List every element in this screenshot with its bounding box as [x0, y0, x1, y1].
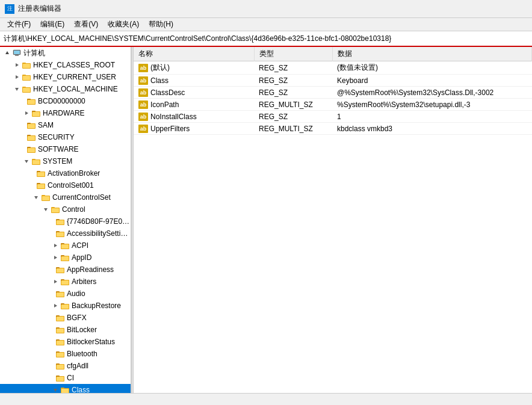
tree-item[interactable]: SECURITY [0, 131, 131, 143]
tree-expand-icon[interactable] [22, 108, 31, 118]
tree-expand-icon[interactable] [12, 72, 22, 82]
tree-item-label: BGFX [67, 314, 87, 322]
tree-item-label: SYSTEM [43, 157, 72, 165]
table-row[interactable]: abClassREG_SZKeyboard [134, 75, 532, 87]
tree-item[interactable]: CI [0, 372, 131, 384]
menu-item[interactable]: 文件(F) [2, 18, 36, 31]
folder-icon [55, 217, 65, 226]
tree-expand-icon[interactable] [22, 120, 26, 130]
tree-expand-icon[interactable] [51, 277, 60, 286]
tree-item[interactable]: AccessibilitySettings [0, 227, 131, 240]
svg-rect-25 [32, 112, 40, 116]
reg-type-icon: ab [138, 100, 148, 109]
tree-item[interactable]: Arbiters [0, 276, 131, 288]
menu-item[interactable]: 查看(V) [69, 18, 103, 31]
table-row[interactable]: abClassDescREG_SZ@%SystemRoot%\System32\… [134, 87, 532, 99]
tree-item-label: Class [72, 386, 90, 393]
tree-item[interactable]: 计算机 [0, 47, 131, 59]
table-row[interactable]: ab(默认)REG_SZ(数值未设置) [134, 61, 532, 75]
table-header-row: 名称 类型 数据 [134, 47, 532, 61]
tree-item-label: HARDWARE [43, 109, 85, 117]
menu-item[interactable]: 帮助(H) [144, 18, 178, 31]
tree-expand-icon[interactable] [51, 229, 55, 238]
svg-rect-18 [23, 90, 30, 92]
tree-item[interactable]: BackupRestore [0, 300, 131, 312]
tree-expand-icon[interactable] [22, 144, 26, 154]
menu-item[interactable]: 编辑(E) [36, 18, 69, 31]
tree-item[interactable]: Audio [0, 288, 131, 300]
tree-item[interactable]: AppID [0, 252, 131, 264]
tree-expand-icon[interactable] [12, 60, 22, 70]
tree-expand-icon[interactable] [51, 337, 55, 347]
reg-name-cell: abIconPath [134, 99, 254, 111]
tree-item-label: ActivationBroker [48, 169, 100, 178]
tree-expand-icon[interactable] [2, 48, 12, 58]
table-row[interactable]: abUpperFiltersREG_MULTI_SZkbdclass vmkbd… [134, 123, 532, 135]
table-row[interactable]: abIconPathREG_MULTI_SZ%SystemRoot%\Syste… [134, 99, 532, 111]
content-panel: 名称 类型 数据 ab(默认)REG_SZ(数值未设置)abClassREG_S… [134, 47, 532, 393]
tree-item-label: Audio [67, 289, 85, 298]
tree-expand-icon[interactable] [51, 289, 55, 298]
tree-item[interactable]: AppReadiness [0, 264, 131, 276]
folder-icon [55, 338, 65, 346]
tree-expand-icon[interactable] [41, 205, 51, 214]
tree-item[interactable]: BitLocker [0, 324, 131, 336]
folder-icon [51, 205, 60, 214]
tree-item[interactable]: HKEY_LOCAL_MACHINE [0, 83, 131, 95]
tree-expand-icon[interactable] [51, 265, 55, 274]
tree-expand-icon[interactable] [12, 84, 22, 94]
tree-expand-icon[interactable] [51, 385, 60, 393]
tree-item[interactable]: Control [0, 203, 131, 215]
tree-item[interactable]: SOFTWARE [0, 143, 131, 155]
folder-icon [36, 181, 46, 190]
tree-item-label: CurrentControlSet [52, 193, 111, 202]
tree-item[interactable]: Bluetooth [0, 348, 131, 360]
tree-expand-icon[interactable] [51, 373, 55, 383]
tree-expand-icon[interactable] [51, 361, 55, 371]
folder-icon [60, 386, 70, 393]
tree-item[interactable]: ActivationBroker [0, 167, 131, 179]
tree-expand-icon[interactable] [22, 156, 31, 166]
col-data: 数据 [332, 47, 532, 61]
tree-expand-icon[interactable] [31, 168, 36, 178]
tree-item-label: Control [62, 205, 85, 214]
tree-expand-icon[interactable] [51, 325, 55, 335]
tree-item[interactable]: ControlSet001 [0, 179, 131, 191]
svg-rect-61 [57, 232, 64, 237]
tree-item[interactable]: Class [0, 384, 131, 393]
reg-name-text: ClassDesc [150, 88, 185, 97]
tree-item[interactable]: HKEY_CURRENT_USER [0, 71, 131, 83]
tree-expand-icon[interactable] [51, 301, 60, 311]
table-row[interactable]: abNoInstallClassREG_SZ1 [134, 111, 532, 123]
tree-item[interactable]: SAM [0, 119, 131, 131]
tree-expand-icon[interactable] [31, 193, 41, 202]
tree-item[interactable]: ACPI [0, 240, 131, 252]
tree-item[interactable]: BGFX [0, 312, 131, 324]
tree-expand-icon[interactable] [31, 181, 36, 190]
tree-expand-icon[interactable] [51, 217, 55, 226]
svg-rect-72 [57, 268, 64, 273]
tree-expand-icon[interactable] [22, 132, 26, 142]
reg-type-cell: REG_MULTI_SZ [254, 123, 332, 135]
svg-marker-0 [5, 51, 9, 54]
tree-expand-icon[interactable] [22, 96, 26, 106]
svg-marker-4 [16, 63, 19, 67]
tree-item[interactable]: HARDWARE [0, 107, 131, 119]
title-bar: 注 注册表编辑器 [0, 0, 532, 18]
tree-item[interactable]: SYSTEM [0, 155, 131, 167]
tree-item[interactable]: {7746D80F-97E0-4E26 [0, 215, 131, 227]
tree-item[interactable]: BCD00000000 [0, 95, 131, 107]
tree-item[interactable]: BitlockerStatus [0, 336, 131, 348]
tree-expand-icon[interactable] [51, 241, 60, 250]
tree-expand-icon[interactable] [51, 253, 60, 262]
folder-icon [12, 49, 22, 57]
menu-item[interactable]: 收藏夹(A) [103, 18, 144, 31]
tree-expand-icon[interactable] [51, 313, 55, 323]
tree-expand-icon[interactable] [51, 349, 55, 359]
tree-item[interactable]: HKEY_CLASSES_ROOT [0, 59, 131, 71]
svg-rect-45 [37, 184, 45, 188]
folder-icon [26, 121, 36, 129]
tree-item[interactable]: CurrentControlSet [0, 191, 131, 203]
tree-item[interactable]: cfgAdll [0, 360, 131, 372]
reg-name-cell: ab(默认) [134, 61, 254, 75]
